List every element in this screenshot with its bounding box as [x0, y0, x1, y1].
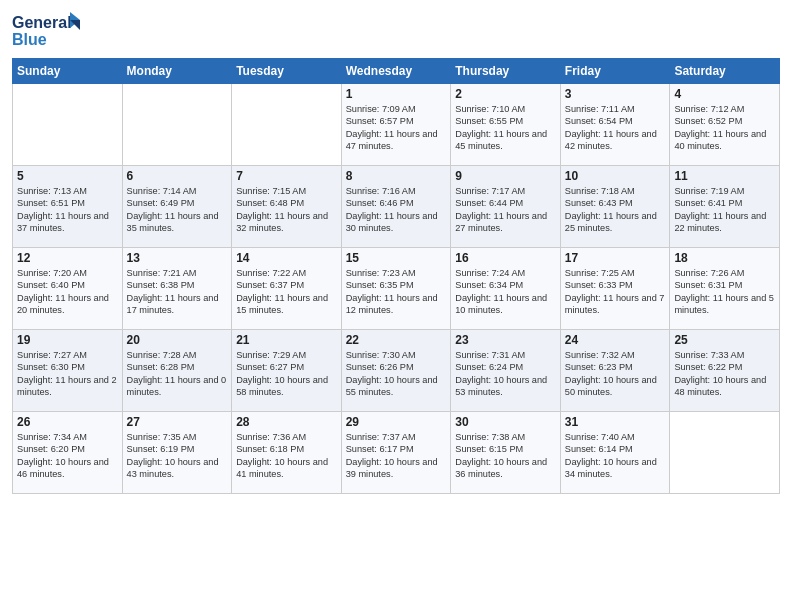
day-info: Sunrise: 7:10 AM Sunset: 6:55 PM Dayligh…: [455, 103, 556, 153]
day-number: 20: [127, 333, 228, 347]
day-info: Sunrise: 7:25 AM Sunset: 6:33 PM Dayligh…: [565, 267, 666, 317]
calendar-week-3: 12Sunrise: 7:20 AM Sunset: 6:40 PM Dayli…: [13, 248, 780, 330]
column-header-wednesday: Wednesday: [341, 59, 451, 84]
column-header-friday: Friday: [560, 59, 670, 84]
calendar-cell: 13Sunrise: 7:21 AM Sunset: 6:38 PM Dayli…: [122, 248, 232, 330]
calendar-cell: 2Sunrise: 7:10 AM Sunset: 6:55 PM Daylig…: [451, 84, 561, 166]
day-info: Sunrise: 7:20 AM Sunset: 6:40 PM Dayligh…: [17, 267, 118, 317]
page-header: GeneralBlue: [12, 10, 780, 50]
day-number: 21: [236, 333, 337, 347]
day-number: 6: [127, 169, 228, 183]
day-info: Sunrise: 7:16 AM Sunset: 6:46 PM Dayligh…: [346, 185, 447, 235]
day-number: 5: [17, 169, 118, 183]
column-header-monday: Monday: [122, 59, 232, 84]
day-info: Sunrise: 7:34 AM Sunset: 6:20 PM Dayligh…: [17, 431, 118, 481]
day-info: Sunrise: 7:23 AM Sunset: 6:35 PM Dayligh…: [346, 267, 447, 317]
calendar-cell: 19Sunrise: 7:27 AM Sunset: 6:30 PM Dayli…: [13, 330, 123, 412]
calendar-cell: 26Sunrise: 7:34 AM Sunset: 6:20 PM Dayli…: [13, 412, 123, 494]
calendar-cell: 30Sunrise: 7:38 AM Sunset: 6:15 PM Dayli…: [451, 412, 561, 494]
day-info: Sunrise: 7:19 AM Sunset: 6:41 PM Dayligh…: [674, 185, 775, 235]
day-number: 30: [455, 415, 556, 429]
calendar-cell: 3Sunrise: 7:11 AM Sunset: 6:54 PM Daylig…: [560, 84, 670, 166]
calendar-cell: 23Sunrise: 7:31 AM Sunset: 6:24 PM Dayli…: [451, 330, 561, 412]
calendar-cell: 20Sunrise: 7:28 AM Sunset: 6:28 PM Dayli…: [122, 330, 232, 412]
day-info: Sunrise: 7:13 AM Sunset: 6:51 PM Dayligh…: [17, 185, 118, 235]
calendar-week-4: 19Sunrise: 7:27 AM Sunset: 6:30 PM Dayli…: [13, 330, 780, 412]
calendar-cell: 10Sunrise: 7:18 AM Sunset: 6:43 PM Dayli…: [560, 166, 670, 248]
day-number: 19: [17, 333, 118, 347]
calendar-cell: 25Sunrise: 7:33 AM Sunset: 6:22 PM Dayli…: [670, 330, 780, 412]
calendar-cell: [13, 84, 123, 166]
day-number: 13: [127, 251, 228, 265]
day-info: Sunrise: 7:31 AM Sunset: 6:24 PM Dayligh…: [455, 349, 556, 399]
day-info: Sunrise: 7:33 AM Sunset: 6:22 PM Dayligh…: [674, 349, 775, 399]
day-number: 4: [674, 87, 775, 101]
calendar-cell: [122, 84, 232, 166]
day-number: 26: [17, 415, 118, 429]
calendar-cell: 31Sunrise: 7:40 AM Sunset: 6:14 PM Dayli…: [560, 412, 670, 494]
day-info: Sunrise: 7:14 AM Sunset: 6:49 PM Dayligh…: [127, 185, 228, 235]
svg-text:Blue: Blue: [12, 31, 47, 48]
day-number: 10: [565, 169, 666, 183]
day-number: 12: [17, 251, 118, 265]
svg-text:General: General: [12, 14, 72, 31]
column-header-tuesday: Tuesday: [232, 59, 342, 84]
day-number: 9: [455, 169, 556, 183]
day-number: 15: [346, 251, 447, 265]
calendar-cell: 18Sunrise: 7:26 AM Sunset: 6:31 PM Dayli…: [670, 248, 780, 330]
calendar-cell: 9Sunrise: 7:17 AM Sunset: 6:44 PM Daylig…: [451, 166, 561, 248]
column-header-thursday: Thursday: [451, 59, 561, 84]
day-number: 25: [674, 333, 775, 347]
calendar-cell: 4Sunrise: 7:12 AM Sunset: 6:52 PM Daylig…: [670, 84, 780, 166]
day-info: Sunrise: 7:35 AM Sunset: 6:19 PM Dayligh…: [127, 431, 228, 481]
calendar-cell: 15Sunrise: 7:23 AM Sunset: 6:35 PM Dayli…: [341, 248, 451, 330]
calendar-cell: 5Sunrise: 7:13 AM Sunset: 6:51 PM Daylig…: [13, 166, 123, 248]
day-number: 17: [565, 251, 666, 265]
calendar-cell: 1Sunrise: 7:09 AM Sunset: 6:57 PM Daylig…: [341, 84, 451, 166]
day-number: 23: [455, 333, 556, 347]
calendar-week-2: 5Sunrise: 7:13 AM Sunset: 6:51 PM Daylig…: [13, 166, 780, 248]
day-number: 3: [565, 87, 666, 101]
day-info: Sunrise: 7:12 AM Sunset: 6:52 PM Dayligh…: [674, 103, 775, 153]
day-info: Sunrise: 7:30 AM Sunset: 6:26 PM Dayligh…: [346, 349, 447, 399]
day-info: Sunrise: 7:32 AM Sunset: 6:23 PM Dayligh…: [565, 349, 666, 399]
day-info: Sunrise: 7:29 AM Sunset: 6:27 PM Dayligh…: [236, 349, 337, 399]
calendar-cell: 29Sunrise: 7:37 AM Sunset: 6:17 PM Dayli…: [341, 412, 451, 494]
day-info: Sunrise: 7:21 AM Sunset: 6:38 PM Dayligh…: [127, 267, 228, 317]
day-info: Sunrise: 7:40 AM Sunset: 6:14 PM Dayligh…: [565, 431, 666, 481]
day-number: 24: [565, 333, 666, 347]
day-info: Sunrise: 7:17 AM Sunset: 6:44 PM Dayligh…: [455, 185, 556, 235]
day-number: 8: [346, 169, 447, 183]
day-info: Sunrise: 7:26 AM Sunset: 6:31 PM Dayligh…: [674, 267, 775, 317]
calendar-cell: 14Sunrise: 7:22 AM Sunset: 6:37 PM Dayli…: [232, 248, 342, 330]
day-number: 16: [455, 251, 556, 265]
calendar-table: SundayMondayTuesdayWednesdayThursdayFrid…: [12, 58, 780, 494]
calendar-cell: 6Sunrise: 7:14 AM Sunset: 6:49 PM Daylig…: [122, 166, 232, 248]
logo: GeneralBlue: [12, 10, 84, 50]
day-info: Sunrise: 7:18 AM Sunset: 6:43 PM Dayligh…: [565, 185, 666, 235]
calendar-cell: 8Sunrise: 7:16 AM Sunset: 6:46 PM Daylig…: [341, 166, 451, 248]
column-header-sunday: Sunday: [13, 59, 123, 84]
day-number: 14: [236, 251, 337, 265]
day-info: Sunrise: 7:27 AM Sunset: 6:30 PM Dayligh…: [17, 349, 118, 399]
day-info: Sunrise: 7:09 AM Sunset: 6:57 PM Dayligh…: [346, 103, 447, 153]
day-number: 11: [674, 169, 775, 183]
day-info: Sunrise: 7:37 AM Sunset: 6:17 PM Dayligh…: [346, 431, 447, 481]
day-info: Sunrise: 7:38 AM Sunset: 6:15 PM Dayligh…: [455, 431, 556, 481]
calendar-cell: 28Sunrise: 7:36 AM Sunset: 6:18 PM Dayli…: [232, 412, 342, 494]
day-info: Sunrise: 7:15 AM Sunset: 6:48 PM Dayligh…: [236, 185, 337, 235]
calendar-cell: [670, 412, 780, 494]
calendar-cell: 12Sunrise: 7:20 AM Sunset: 6:40 PM Dayli…: [13, 248, 123, 330]
day-number: 18: [674, 251, 775, 265]
calendar-week-5: 26Sunrise: 7:34 AM Sunset: 6:20 PM Dayli…: [13, 412, 780, 494]
calendar-week-1: 1Sunrise: 7:09 AM Sunset: 6:57 PM Daylig…: [13, 84, 780, 166]
day-number: 22: [346, 333, 447, 347]
day-info: Sunrise: 7:36 AM Sunset: 6:18 PM Dayligh…: [236, 431, 337, 481]
day-number: 28: [236, 415, 337, 429]
day-info: Sunrise: 7:11 AM Sunset: 6:54 PM Dayligh…: [565, 103, 666, 153]
day-number: 27: [127, 415, 228, 429]
calendar-cell: 17Sunrise: 7:25 AM Sunset: 6:33 PM Dayli…: [560, 248, 670, 330]
day-number: 2: [455, 87, 556, 101]
day-number: 1: [346, 87, 447, 101]
logo-icon: GeneralBlue: [12, 10, 84, 50]
